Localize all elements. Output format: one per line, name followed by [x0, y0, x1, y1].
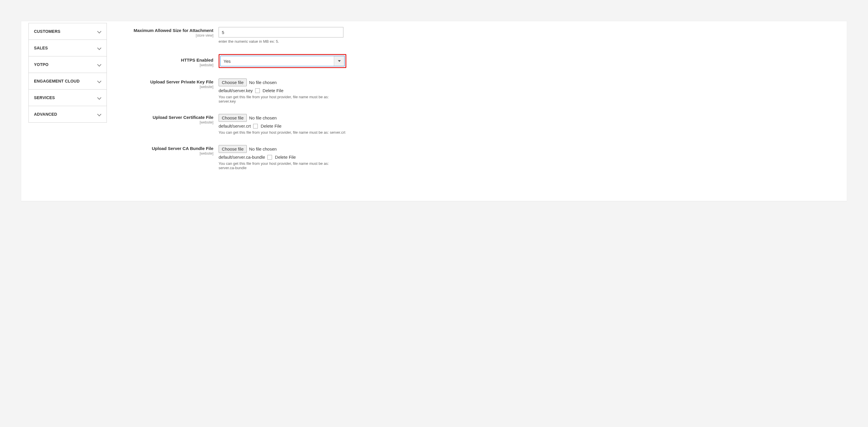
field-max-attachment: Maximum Allowed Size for Attachment [sto… [120, 27, 835, 44]
sidebar-item-label: YOTPO [34, 62, 49, 67]
config-sidebar: CUSTOMERS SALES YOTPO ENGAGEMENT CLOUD S… [21, 21, 114, 189]
max-attachment-input[interactable]: 5 [219, 27, 343, 37]
sidebar-item-label: SERVICES [34, 95, 55, 100]
delete-file-label: Delete File [275, 154, 296, 160]
chevron-down-icon [97, 79, 101, 83]
sidebar-item-services[interactable]: SERVICES [29, 89, 106, 106]
no-file-text: No file chosen [249, 115, 277, 120]
field-label: Maximum Allowed Size for Attachment [133, 28, 213, 33]
field-helper: You can get this file from your host pro… [219, 130, 346, 135]
sidebar-item-yotpo[interactable]: YOTPO [29, 56, 106, 73]
chevron-down-icon [97, 29, 101, 33]
current-file-name: default/server.ca-bundle [219, 154, 265, 160]
field-helper: You can get this file from your host pro… [219, 95, 346, 104]
sidebar-item-label: ENGAGEMENT CLOUD [34, 79, 80, 83]
sidebar-item-label: SALES [34, 46, 48, 50]
chevron-down-icon [97, 112, 101, 116]
choose-file-button[interactable]: Choose file [219, 145, 247, 153]
delete-file-checkbox[interactable] [255, 88, 260, 93]
input-value: 5 [222, 30, 224, 35]
field-ca-bundle: Upload Server CA Bundle File [website] C… [120, 145, 835, 170]
delete-file-checkbox[interactable] [267, 155, 272, 160]
current-file-name: default/server.crt [219, 123, 251, 129]
field-helper: enter the numeric value in MB ex: 5. [219, 39, 346, 44]
select-dropdown-button[interactable] [334, 56, 344, 66]
chevron-down-icon [97, 62, 101, 66]
delete-file-label: Delete File [261, 123, 282, 129]
field-scope: [website] [120, 151, 213, 155]
sidebar-item-advanced[interactable]: ADVANCED [29, 106, 106, 122]
choose-file-button[interactable]: Choose file [219, 114, 247, 122]
sidebar-item-label: CUSTOMERS [34, 29, 60, 34]
no-file-text: No file chosen [249, 146, 277, 151]
config-form: Maximum Allowed Size for Attachment [sto… [114, 21, 847, 189]
field-scope: [store view] [120, 33, 213, 37]
field-https-enabled: HTTPS Enabled [website] Yes [120, 54, 835, 68]
field-scope: [website] [120, 85, 213, 89]
field-helper: You can get this file from your host pro… [219, 161, 346, 170]
delete-file-checkbox[interactable] [253, 124, 258, 129]
field-label: Upload Server CA Bundle File [152, 146, 213, 151]
sidebar-item-label: ADVANCED [34, 112, 57, 117]
current-file-name: default/server.key [219, 88, 253, 93]
triangle-down-icon [338, 60, 341, 62]
field-label: Upload Server Private Key File [150, 79, 213, 84]
sidebar-item-sales[interactable]: SALES [29, 40, 106, 56]
chevron-down-icon [97, 96, 101, 100]
chevron-down-icon [97, 46, 101, 50]
https-enabled-highlight: Yes [219, 54, 346, 68]
https-enabled-select[interactable]: Yes [220, 56, 345, 66]
field-scope: [website] [120, 120, 213, 124]
sidebar-accordion: CUSTOMERS SALES YOTPO ENGAGEMENT CLOUD S… [28, 23, 107, 123]
delete-file-label: Delete File [263, 88, 284, 93]
field-private-key: Upload Server Private Key File [website]… [120, 79, 835, 104]
choose-file-button[interactable]: Choose file [219, 79, 247, 86]
no-file-text: No file chosen [249, 80, 277, 85]
field-scope: [website] [120, 63, 213, 67]
field-label: HTTPS Enabled [181, 58, 213, 62]
select-value: Yes [221, 56, 334, 66]
sidebar-item-engagement-cloud[interactable]: ENGAGEMENT CLOUD [29, 73, 106, 89]
field-certificate: Upload Server Certificate File [website]… [120, 114, 835, 135]
sidebar-item-customers[interactable]: CUSTOMERS [29, 23, 106, 40]
field-label: Upload Server Certificate File [153, 115, 213, 120]
